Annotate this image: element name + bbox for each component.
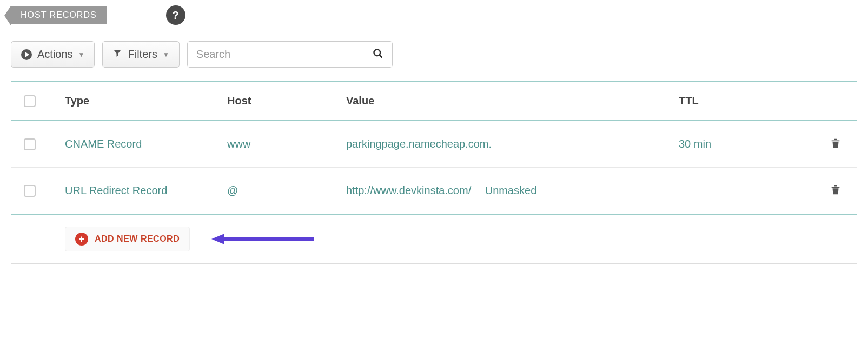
chevron-down-icon: ▼ — [78, 51, 85, 58]
filters-label: Filters — [128, 48, 157, 61]
cell-type[interactable]: URL Redirect Record — [65, 184, 227, 197]
host-records-table: Type Host Value TTL CNAME Record www par… — [11, 81, 857, 215]
trash-icon[interactable] — [830, 136, 842, 149]
cell-ttl[interactable]: 30 min — [679, 138, 814, 150]
table-header: Type Host Value TTL — [11, 82, 857, 121]
header-value: Value — [346, 95, 679, 107]
actions-label: Actions — [37, 48, 73, 61]
add-new-record-button[interactable]: + ADD NEW RECORD — [65, 227, 190, 251]
table-row: CNAME Record www parkingpage.namecheap.c… — [11, 121, 857, 168]
search-icon[interactable] — [373, 48, 383, 61]
cell-value[interactable]: http://www.devkinsta.com/ Unmasked — [346, 184, 679, 197]
plus-icon: + — [75, 233, 88, 246]
actions-dropdown[interactable]: Actions ▼ — [11, 41, 95, 68]
chevron-down-icon: ▼ — [163, 51, 169, 58]
search-input[interactable] — [196, 42, 373, 67]
table-row: URL Redirect Record @ http://www.devkins… — [11, 168, 857, 215]
svg-marker-3 — [211, 234, 224, 244]
cell-value[interactable]: parkingpage.namecheap.com. — [346, 138, 679, 150]
row-checkbox[interactable] — [24, 185, 36, 197]
search-field-wrap — [187, 41, 393, 68]
arrow-annotation-icon — [211, 233, 314, 246]
host-records-tab[interactable]: HOST RECORDS — [11, 6, 107, 24]
help-icon[interactable]: ? — [166, 5, 185, 25]
cell-type[interactable]: CNAME Record — [65, 138, 227, 150]
filter-icon — [112, 48, 122, 61]
header-host: Host — [227, 95, 346, 107]
cell-host[interactable]: www — [227, 138, 346, 150]
filters-dropdown[interactable]: Filters ▼ — [102, 41, 179, 68]
add-record-row: + ADD NEW RECORD — [11, 215, 857, 264]
select-all-checkbox[interactable] — [24, 95, 36, 107]
row-checkbox[interactable] — [24, 138, 36, 150]
cell-host[interactable]: @ — [227, 184, 346, 197]
header-ttl: TTL — [679, 95, 814, 107]
svg-point-0 — [374, 49, 380, 56]
play-icon — [21, 49, 32, 60]
header-type: Type — [65, 95, 227, 107]
svg-line-1 — [379, 55, 382, 57]
add-label: ADD NEW RECORD — [95, 234, 180, 244]
trash-icon[interactable] — [830, 183, 842, 196]
